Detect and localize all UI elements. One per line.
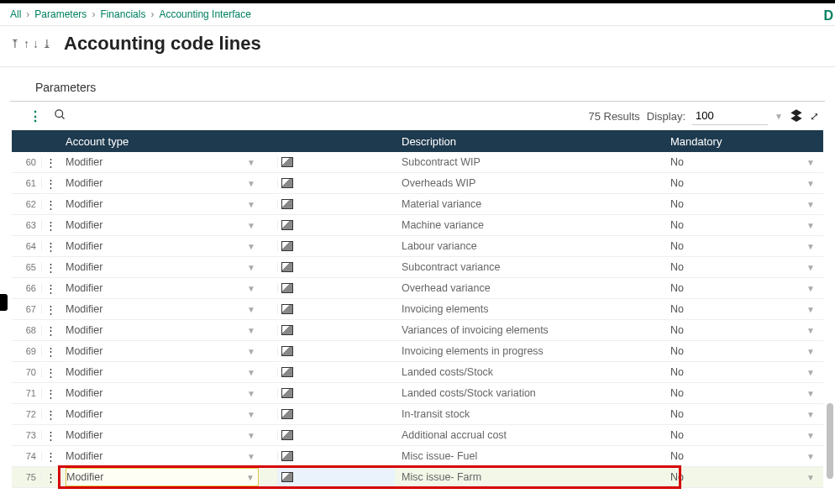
dropdown-icon[interactable]: ▼ bbox=[247, 452, 255, 461]
lookup-icon[interactable] bbox=[281, 472, 293, 482]
description-cell[interactable]: Subcontract WIP bbox=[395, 156, 664, 168]
dropdown-icon[interactable]: ▼ bbox=[806, 305, 815, 314]
row-menu-icon[interactable]: ⋮ bbox=[42, 219, 59, 232]
description-cell[interactable]: Subcontract variance bbox=[395, 261, 664, 273]
dropdown-icon[interactable]: ▼ bbox=[806, 200, 815, 209]
dropdown-icon[interactable]: ▼ bbox=[247, 326, 255, 335]
dropdown-icon[interactable]: ▼ bbox=[247, 410, 255, 419]
account-type-cell[interactable]: Modifier▼ bbox=[66, 429, 259, 441]
table-row[interactable]: 74⋮Modifier▼Misc issue- FuelNo▼ bbox=[12, 446, 823, 467]
account-type-cell[interactable]: Modifier▼ bbox=[66, 303, 259, 315]
table-row[interactable]: 65⋮Modifier▼Subcontract varianceNo▼ bbox=[12, 257, 823, 278]
account-type-cell[interactable]: Modifier▼ bbox=[66, 177, 259, 189]
table-row[interactable]: 63⋮Modifier▼Machine varianceNo▼ bbox=[12, 215, 823, 236]
table-row[interactable]: 62⋮Modifier▼Material varianceNo▼ bbox=[12, 194, 823, 215]
mandatory-cell[interactable]: No▼ bbox=[664, 303, 815, 315]
lookup-icon[interactable] bbox=[281, 262, 293, 272]
dropdown-icon[interactable]: ▼ bbox=[247, 179, 255, 188]
dropdown-icon[interactable]: ▼ bbox=[806, 263, 815, 272]
dropdown-icon[interactable]: ▼ bbox=[247, 305, 255, 314]
row-menu-icon[interactable]: ⋮ bbox=[42, 366, 59, 379]
table-row[interactable]: 66⋮Modifier▼Overhead varianceNo▼ bbox=[12, 278, 823, 299]
mandatory-cell[interactable]: No▼ bbox=[664, 177, 815, 189]
lookup-icon[interactable] bbox=[281, 388, 293, 398]
scrollbar-thumb[interactable] bbox=[827, 403, 833, 479]
row-menu-icon[interactable]: ⋮ bbox=[42, 261, 59, 274]
description-cell[interactable]: Misc issue- Farm bbox=[395, 471, 664, 483]
row-menu-icon[interactable]: ⋮ bbox=[42, 324, 59, 337]
dropdown-icon[interactable]: ▼ bbox=[247, 242, 255, 251]
dropdown-icon[interactable]: ▼ bbox=[806, 452, 815, 461]
breadcrumb-accounting-interface[interactable]: Accounting Interface bbox=[159, 8, 250, 20]
row-menu-icon[interactable]: ⋮ bbox=[42, 198, 59, 211]
account-type-cell[interactable]: Modifier▼ bbox=[66, 387, 259, 399]
table-row[interactable]: 64⋮Modifier▼Labour varianceNo▼ bbox=[12, 236, 823, 257]
account-type-cell[interactable]: Modifier▼ bbox=[66, 156, 259, 168]
row-menu-icon[interactable]: ⋮ bbox=[42, 450, 59, 463]
description-cell[interactable]: Overheads WIP bbox=[395, 177, 664, 189]
lookup-icon[interactable] bbox=[281, 430, 293, 440]
mandatory-cell[interactable]: No▼ bbox=[664, 198, 815, 210]
expand-icon[interactable]: ⤢ bbox=[810, 110, 823, 123]
dropdown-icon[interactable]: ▼ bbox=[247, 263, 255, 272]
row-menu-icon[interactable]: ⋮ bbox=[42, 387, 59, 400]
dropdown-icon[interactable]: ▼ bbox=[806, 221, 815, 230]
lookup-icon[interactable] bbox=[281, 199, 293, 209]
breadcrumb-parameters[interactable]: Parameters bbox=[34, 8, 87, 20]
mandatory-cell[interactable]: No▼ bbox=[664, 240, 815, 252]
next-record-icon[interactable]: ↓ bbox=[33, 37, 39, 50]
row-menu-icon[interactable]: ⋮ bbox=[42, 345, 59, 358]
table-row[interactable]: 60⋮Modifier▼Subcontract WIPNo▼ bbox=[12, 152, 823, 173]
lookup-icon[interactable] bbox=[281, 451, 293, 461]
mandatory-cell[interactable]: No▼ bbox=[664, 366, 815, 378]
mandatory-cell[interactable]: No▼ bbox=[664, 156, 815, 168]
account-type-cell[interactable]: Modifier▼ bbox=[66, 366, 259, 378]
lookup-icon[interactable] bbox=[281, 304, 293, 314]
row-menu-icon[interactable]: ⋮ bbox=[42, 177, 59, 190]
side-panel-handle[interactable] bbox=[0, 294, 8, 311]
col-mandatory[interactable]: Mandatory bbox=[664, 135, 815, 148]
col-description[interactable]: Description bbox=[395, 135, 664, 148]
dropdown-icon[interactable]: ▼ bbox=[806, 179, 815, 188]
account-type-cell[interactable]: Modifier▼ bbox=[66, 408, 259, 420]
description-cell[interactable]: Overhead variance bbox=[395, 282, 664, 294]
dropdown-icon[interactable]: ▼ bbox=[806, 242, 815, 251]
dropdown-icon[interactable]: ▼ bbox=[806, 431, 815, 440]
table-row[interactable]: 69⋮Modifier▼Invoicing elements in progre… bbox=[12, 341, 823, 362]
dropdown-icon[interactable]: ▼ bbox=[247, 221, 255, 230]
table-row[interactable]: 68⋮Modifier▼Variances of invoicing eleme… bbox=[12, 320, 823, 341]
row-menu-icon[interactable]: ⋮ bbox=[42, 408, 59, 421]
mandatory-cell[interactable]: No▼ bbox=[664, 408, 815, 420]
row-menu-icon[interactable]: ⋮ bbox=[42, 156, 59, 169]
table-row[interactable]: 75⋮Modifier▼Misc issue- FarmNo▼ bbox=[12, 467, 823, 488]
lookup-icon[interactable] bbox=[281, 409, 293, 419]
description-cell[interactable]: Misc issue- Fuel bbox=[395, 450, 664, 462]
lookup-icon[interactable] bbox=[281, 346, 293, 356]
table-row[interactable]: 70⋮Modifier▼Landed costs/StockNo▼ bbox=[12, 362, 823, 383]
table-row[interactable]: 71⋮Modifier▼Landed costs/Stock variation… bbox=[12, 383, 823, 404]
mandatory-cell[interactable]: No▼ bbox=[664, 450, 815, 462]
dropdown-icon[interactable]: ▼ bbox=[247, 158, 255, 167]
table-row[interactable]: 72⋮Modifier▼In-transit stockNo▼ bbox=[12, 404, 823, 425]
display-count-input[interactable] bbox=[692, 107, 768, 125]
account-type-cell[interactable]: Modifier▼ bbox=[66, 468, 259, 486]
description-cell[interactable]: Invoicing elements in progress bbox=[395, 345, 664, 357]
dropdown-icon[interactable]: ▼ bbox=[247, 347, 255, 356]
dropdown-icon[interactable]: ▼ bbox=[806, 410, 815, 419]
table-row[interactable]: 73⋮Modifier▼Additional accrual costNo▼ bbox=[12, 425, 823, 446]
col-account-type[interactable]: Account type bbox=[59, 135, 259, 148]
mandatory-cell[interactable]: No▼ bbox=[664, 387, 815, 399]
first-record-icon[interactable]: ⤒ bbox=[10, 37, 20, 50]
table-row[interactable]: 67⋮Modifier▼Invoicing elementsNo▼ bbox=[12, 299, 823, 320]
mandatory-cell[interactable]: No▼ bbox=[664, 324, 815, 336]
account-type-cell[interactable]: Modifier▼ bbox=[66, 219, 259, 231]
dropdown-icon[interactable]: ▼ bbox=[247, 284, 255, 293]
account-type-cell[interactable]: Modifier▼ bbox=[66, 261, 259, 273]
mandatory-cell[interactable]: No▼ bbox=[664, 261, 815, 273]
dropdown-icon[interactable]: ▼ bbox=[806, 158, 815, 167]
table-row[interactable]: 76⋮▼▼ bbox=[12, 488, 823, 491]
description-cell[interactable]: Invoicing elements bbox=[395, 303, 664, 315]
dropdown-icon[interactable]: ▼ bbox=[246, 473, 255, 482]
dropdown-icon[interactable]: ▼ bbox=[806, 284, 815, 293]
lookup-icon[interactable] bbox=[281, 367, 293, 377]
